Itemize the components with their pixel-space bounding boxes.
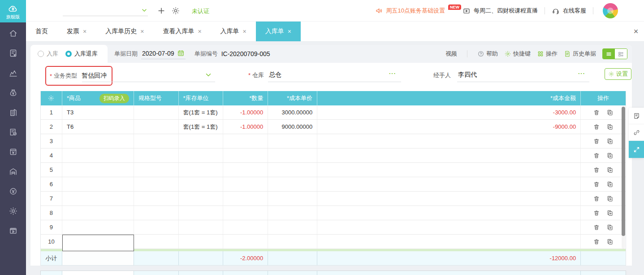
cell-qty[interactable] [223, 177, 268, 191]
cell-amount[interactable] [317, 134, 581, 148]
cell-price[interactable] [268, 206, 317, 220]
cell-price[interactable] [268, 235, 317, 249]
cell-qty[interactable] [223, 148, 268, 162]
cell-price[interactable]: 9000.00000 [268, 120, 317, 134]
user-avatar[interactable] [603, 3, 618, 18]
copy-row-button[interactable] [606, 109, 614, 116]
cell-spec[interactable] [134, 177, 179, 191]
grid-settings-button[interactable] [41, 91, 62, 105]
delete-row-button[interactable] [593, 123, 600, 131]
cell-price[interactable] [268, 192, 317, 205]
close-tab-icon[interactable]: × [243, 28, 246, 35]
delete-row-button[interactable] [593, 152, 600, 159]
actions-button[interactable]: 操作 [537, 50, 558, 58]
cell-qty[interactable] [223, 192, 268, 205]
cell-price[interactable] [268, 134, 317, 148]
delete-row-button[interactable] [593, 181, 600, 188]
cell-unit[interactable] [179, 177, 224, 191]
copy-row-button[interactable] [606, 152, 614, 159]
cell-price[interactable] [268, 220, 317, 234]
cell-spec[interactable] [134, 206, 179, 220]
cell-spec[interactable] [134, 120, 179, 134]
close-tab-icon[interactable]: × [83, 28, 86, 35]
cell-price[interactable]: 3000.00000 [268, 105, 317, 119]
cell-amount[interactable] [317, 192, 581, 205]
cell-qty[interactable] [223, 163, 268, 177]
delete-row-button[interactable] [593, 210, 600, 217]
cell-amount[interactable] [317, 235, 581, 249]
cell-spec[interactable] [134, 134, 179, 148]
cell-spec[interactable] [134, 148, 179, 162]
cell-amount[interactable] [317, 177, 581, 191]
close-all-tabs-button[interactable]: × [631, 27, 640, 36]
add-account-button[interactable] [157, 6, 166, 15]
radio-inbound[interactable]: 入库 [38, 50, 58, 58]
scan-entry-badge[interactable]: 扫码录入 [99, 94, 129, 103]
hotkeys-button[interactable]: 快捷键 [504, 50, 531, 58]
sidebar-item-home[interactable] [0, 23, 26, 43]
chevron-down-icon[interactable] [204, 71, 212, 79]
notes-button[interactable] [629, 108, 644, 124]
account-selector[interactable] [63, 4, 148, 16]
sidebar-item-tax[interactable] [0, 181, 26, 201]
tab-home[interactable]: 首页 [26, 22, 57, 41]
auth-status-link[interactable]: 未认证 [192, 7, 209, 15]
cell-product[interactable]: T6 [62, 120, 134, 134]
delete-row-button[interactable] [593, 138, 600, 145]
fullscreen-button[interactable] [629, 141, 644, 158]
cell-qty[interactable] [223, 134, 268, 148]
copy-row-button[interactable] [606, 238, 614, 245]
video-help-button[interactable]: 视频 [445, 50, 457, 58]
delete-row-button[interactable] [593, 166, 600, 174]
sidebar-item-vouchers[interactable] [0, 122, 26, 142]
tab-inbound-order[interactable]: 入库单× [211, 22, 256, 41]
cell-amount[interactable] [317, 148, 581, 162]
delete-row-button[interactable] [593, 195, 600, 202]
cell-qty[interactable]: -1.00000 [223, 120, 268, 134]
announcement-link[interactable]: 周五10点账务基础设置 [386, 7, 445, 15]
cell-price[interactable] [268, 148, 317, 162]
cell-product[interactable]: T3 [62, 105, 134, 119]
scrollbar-thumb[interactable] [622, 107, 625, 236]
cell-product[interactable] [62, 148, 134, 162]
warehouse-more-button[interactable]: ··· [389, 70, 396, 77]
handler-value[interactable]: 李四代 [458, 71, 477, 79]
close-tab-icon[interactable]: × [140, 28, 144, 35]
cell-amount[interactable]: -9000.00 [317, 120, 581, 134]
cell-qty[interactable] [223, 235, 268, 249]
history-docs-button[interactable]: 历史单据 [564, 50, 596, 58]
cell-product[interactable] [62, 206, 134, 220]
cell-product[interactable] [62, 163, 134, 177]
cell-qty[interactable] [223, 206, 268, 220]
card-view-button[interactable] [615, 49, 627, 59]
cell-spec[interactable] [134, 220, 179, 234]
cell-unit[interactable]: 套(1套 = 1套) [179, 105, 224, 119]
cell-qty[interactable]: -1.00000 [223, 105, 268, 119]
copy-row-button[interactable] [606, 138, 614, 145]
copy-row-button[interactable] [606, 224, 614, 231]
radio-inbound-return[interactable]: 入库退库 [65, 50, 98, 58]
copy-row-button[interactable] [606, 123, 614, 131]
cell-qty[interactable] [223, 220, 268, 234]
list-view-button[interactable] [603, 49, 615, 59]
tab-inbound-order-active[interactable]: 入库单× [256, 22, 301, 41]
tab-view-inbound[interactable]: 查看入库单× [153, 22, 211, 41]
sidebar-item-reports[interactable] [0, 63, 26, 83]
cell-unit[interactable] [179, 206, 224, 220]
help-button[interactable]: 帮助 [477, 50, 498, 58]
app-logo[interactable]: 旗舰版 [0, 0, 26, 22]
cell-product[interactable] [62, 134, 134, 148]
sidebar-item-assets[interactable] [0, 102, 26, 122]
cell-unit[interactable] [179, 192, 224, 205]
copy-row-button[interactable] [606, 210, 614, 217]
settings-gear-button[interactable] [171, 6, 180, 15]
copy-row-button[interactable] [606, 181, 614, 188]
cell-unit[interactable] [179, 134, 224, 148]
biz-type-value[interactable]: 暂估回冲 [82, 72, 107, 80]
cell-unit[interactable] [179, 220, 224, 234]
online-service-link[interactable]: 在线客服 [563, 7, 586, 15]
tab-inbound-history[interactable]: 入库单历史× [96, 22, 153, 41]
handler-more-button[interactable]: ··· [578, 70, 585, 77]
cell-amount[interactable] [317, 220, 581, 234]
date-field[interactable]: 2020-07-09 [141, 48, 186, 59]
